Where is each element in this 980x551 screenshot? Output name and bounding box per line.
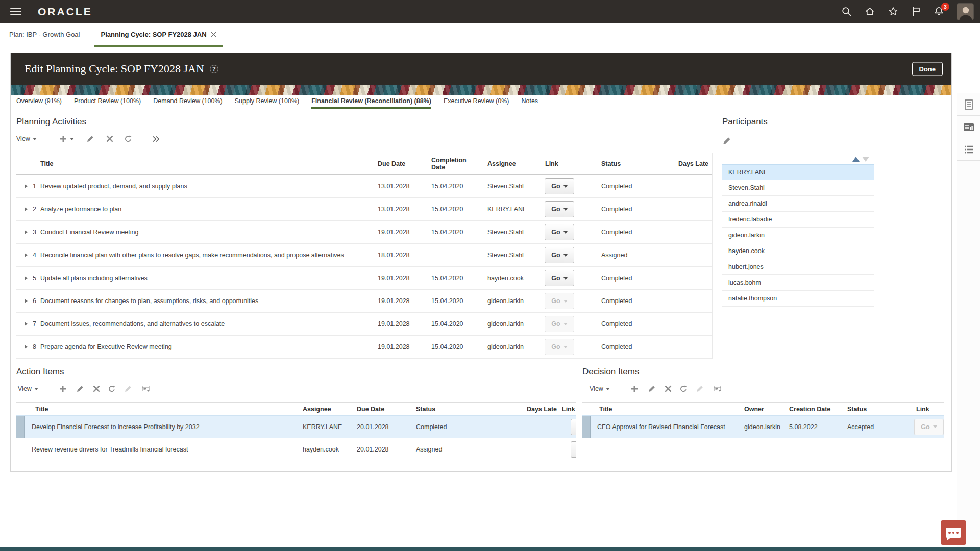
view-menu-button[interactable]: View bbox=[16, 135, 37, 142]
panel-header: Edit Planning Cycle: SOP FY2028 JAN ? Do… bbox=[11, 53, 951, 85]
subtab-item[interactable]: Executive Review (0%) bbox=[444, 95, 509, 109]
sort-down-icon[interactable] bbox=[862, 157, 869, 162]
edit-button[interactable] bbox=[648, 385, 656, 393]
delete-button[interactable] bbox=[664, 385, 672, 393]
planning-activity-row[interactable]: 4 Reconcile financial plan with other pl… bbox=[16, 244, 712, 267]
table-header-row: Title Owner Creation Date Status Link bbox=[582, 402, 944, 415]
chat-button[interactable] bbox=[941, 520, 966, 545]
go-link-button[interactable]: Go bbox=[545, 224, 574, 240]
user-avatar[interactable] bbox=[957, 3, 974, 20]
favorites-star-icon[interactable] bbox=[888, 6, 899, 17]
list-panel-icon[interactable] bbox=[957, 138, 980, 161]
notifications-bell-icon[interactable]: 3 bbox=[934, 6, 944, 17]
expand-row-icon[interactable] bbox=[24, 230, 28, 234]
delete-button[interactable] bbox=[92, 385, 101, 393]
activity-title: Conduct Financial Review meeting bbox=[40, 229, 378, 236]
planning-activity-row[interactable]: 1 Review updated product, demand, and su… bbox=[16, 175, 712, 198]
participant-item[interactable]: hubert.jones bbox=[722, 259, 874, 275]
chat-bubble-icon bbox=[946, 528, 961, 538]
action-item-row[interactable]: Develop Financial Forecast to increase P… bbox=[16, 415, 576, 438]
subtab-item[interactable]: Product Review (100%) bbox=[74, 95, 141, 109]
expand-row-icon[interactable] bbox=[24, 299, 28, 303]
subtab-item[interactable]: Supply Review (100%) bbox=[235, 95, 299, 109]
planning-activity-row[interactable]: 2 Analyze performance to plan 13.01.2028… bbox=[16, 198, 712, 221]
planning-activity-row[interactable]: 3 Conduct Financial Review meeting 19.01… bbox=[16, 221, 712, 244]
section-title: Planning Activities bbox=[16, 117, 713, 127]
decorative-banner bbox=[11, 85, 951, 95]
refresh-button[interactable] bbox=[108, 385, 116, 393]
expand-row-icon[interactable] bbox=[24, 276, 28, 280]
planning-activity-row[interactable]: 8 Prepare agenda for Executive Review me… bbox=[16, 336, 712, 359]
edit-participants-button[interactable] bbox=[722, 136, 731, 145]
add-button[interactable] bbox=[59, 385, 67, 393]
dashboard-panel-icon[interactable] bbox=[957, 116, 980, 138]
go-link-button[interactable]: Go bbox=[571, 441, 576, 458]
done-button[interactable]: Done bbox=[912, 62, 943, 76]
sort-up-icon[interactable] bbox=[852, 157, 860, 162]
expand-row-icon[interactable] bbox=[24, 253, 28, 257]
participants-section: Participants KERRY.LANE Steven.Stahl and… bbox=[722, 117, 874, 307]
participant-item[interactable]: KERRY.LANE bbox=[722, 164, 874, 180]
window-tab[interactable]: Plan: IBP - Growth Goal bbox=[9, 23, 80, 47]
participant-item[interactable]: hayden.cook bbox=[722, 243, 874, 259]
close-icon[interactable] bbox=[211, 32, 216, 37]
expand-row-icon[interactable] bbox=[24, 322, 28, 326]
row-number: 3 bbox=[33, 229, 36, 236]
participant-item[interactable]: frederic.labadie bbox=[722, 212, 874, 228]
refresh-button[interactable] bbox=[124, 135, 132, 143]
detach-button[interactable] bbox=[141, 385, 150, 393]
view-menu-button[interactable]: View bbox=[18, 385, 38, 392]
edit-button[interactable] bbox=[86, 135, 94, 143]
decision-item-row[interactable]: CFO Approval for Revised Financial Forec… bbox=[582, 415, 944, 438]
global-top-bar: ORACLE 3 bbox=[0, 0, 980, 23]
planning-activity-row[interactable]: 7 Document issues, recommendations, and … bbox=[16, 313, 712, 336]
row-selector[interactable] bbox=[16, 438, 24, 461]
delete-button[interactable] bbox=[106, 135, 114, 143]
go-link-button[interactable]: Go bbox=[545, 247, 574, 263]
col-assignee: Assignee bbox=[487, 160, 543, 167]
subtab-item[interactable]: Demand Review (100%) bbox=[153, 95, 222, 109]
expand-row-icon[interactable] bbox=[24, 207, 28, 211]
window-tab[interactable]: Planning Cycle: SOP FY2028 JAN bbox=[94, 23, 223, 47]
expand-row-icon[interactable] bbox=[24, 184, 28, 188]
detach-button[interactable] bbox=[713, 385, 722, 393]
participant-item[interactable]: Steven.Stahl bbox=[722, 180, 874, 196]
home-icon[interactable] bbox=[864, 6, 875, 17]
col-status: Status bbox=[601, 160, 652, 167]
go-link-button[interactable]: Go bbox=[545, 178, 574, 194]
notes-panel-icon[interactable] bbox=[957, 93, 980, 116]
planning-activity-row[interactable]: 5 Update all plans including alternative… bbox=[16, 267, 712, 290]
action-item-row[interactable]: Review revenue drivers for Treadmills fi… bbox=[16, 438, 576, 461]
row-number: 6 bbox=[33, 297, 36, 305]
help-icon[interactable]: ? bbox=[210, 65, 218, 73]
subtab-item[interactable]: Notes bbox=[521, 95, 538, 109]
participant-item[interactable]: gideon.larkin bbox=[722, 228, 874, 243]
view-menu-button[interactable]: View bbox=[590, 385, 610, 392]
planning-activity-row[interactable]: 6 Document reasons for changes to plan, … bbox=[16, 290, 712, 313]
hamburger-menu-icon[interactable] bbox=[10, 6, 21, 18]
decision-title: CFO Approval for Revised Financial Forec… bbox=[591, 423, 744, 431]
decision-owner: gideon.larkin bbox=[744, 423, 789, 431]
activity-completion-date: 15.04.2020 bbox=[431, 343, 487, 350]
participant-item[interactable]: natalie.thompson bbox=[722, 291, 874, 307]
subtab-item[interactable]: Financial Review (Reconciliation) (88%) bbox=[311, 95, 431, 109]
go-link-button[interactable]: Go bbox=[545, 270, 574, 286]
row-selector[interactable] bbox=[16, 416, 24, 438]
row-selector[interactable] bbox=[582, 416, 591, 438]
add-button[interactable] bbox=[630, 385, 639, 393]
expand-row-icon[interactable] bbox=[24, 345, 28, 349]
search-icon[interactable] bbox=[841, 6, 852, 17]
col-days-late: Days Late bbox=[500, 406, 561, 413]
subtab-item[interactable]: Overview (91%) bbox=[16, 95, 62, 109]
participant-item[interactable]: andrea.rinaldi bbox=[722, 196, 874, 212]
chevron-down-icon bbox=[564, 323, 568, 325]
go-link-button[interactable]: Go bbox=[571, 419, 576, 435]
overflow-chevrons-icon[interactable] bbox=[152, 135, 160, 143]
go-link-button[interactable]: Go bbox=[545, 201, 574, 217]
participant-item[interactable]: lucas.bohm bbox=[722, 275, 874, 291]
activity-due-date: 19.01.2028 bbox=[378, 274, 431, 282]
refresh-button[interactable] bbox=[679, 385, 688, 393]
edit-button[interactable] bbox=[76, 385, 84, 393]
flag-announcements-icon[interactable] bbox=[911, 6, 921, 17]
add-button[interactable] bbox=[59, 135, 74, 143]
